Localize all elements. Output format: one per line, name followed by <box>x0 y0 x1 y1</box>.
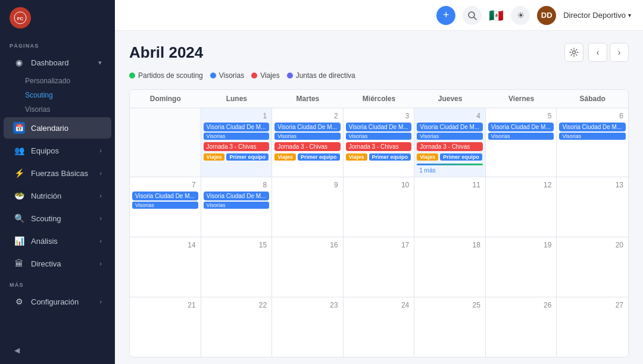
sidebar-item-directiva[interactable]: 🏛 Directiva › <box>4 253 111 274</box>
chevron-right-icon: › <box>99 147 102 154</box>
event-visoria-1[interactable]: Visoria Ciudad De M... <box>204 123 270 131</box>
legend-juntas: Juntas de directiva <box>287 71 355 80</box>
sidebar-sub-dashboard: Personalizado Scouting Visorias <box>0 74 115 117</box>
event-jornada-2[interactable]: Jornada 3 - Chivas <box>274 142 341 151</box>
calendar-area: Abril 2024 ‹ › Partidos de scouting Viso… <box>115 31 643 364</box>
more-events-4[interactable]: 1 más <box>417 167 483 174</box>
partidos-label: Partidos de scouting <box>138 71 203 80</box>
sidebar-item-calendario[interactable]: 📅 Calendario <box>4 117 111 139</box>
event-visoria-5[interactable]: Visoria Ciudad De M... <box>488 123 554 131</box>
sidebar-section-paginas: PÁGINAS <box>0 36 115 51</box>
day-martes: Martes <box>272 90 344 108</box>
chevron-right-icon4: › <box>99 215 102 222</box>
event-jornada-1[interactable]: Jornada 3 - Chivas <box>204 142 270 151</box>
event-jornada-4[interactable]: Jornada 3 - Chivas <box>417 142 483 151</box>
event-visoria-sublabel-8: Visorias <box>204 202 270 209</box>
sidebar-label-nutricion: Nutrición <box>31 192 93 200</box>
sidebar-sub-visorias[interactable]: Visorias <box>25 102 115 117</box>
event-jornada-3[interactable]: Jornada 3 - Chivas <box>346 142 412 151</box>
event-visoria-2[interactable]: Visoria Ciudad De M... <box>274 123 341 131</box>
cell-apr-23: 23 <box>272 297 344 357</box>
sidebar-label-configuracion: Configuración <box>31 297 93 306</box>
sidebar-item-equipos[interactable]: 👥 Equipos › <box>4 140 111 161</box>
date-8: 8 <box>204 180 270 192</box>
date-6: 6 <box>559 111 626 123</box>
calendar-weeks: 1 Visoria Ciudad De M... Visorias Jornad… <box>130 108 628 357</box>
event-visoria-6[interactable]: Visoria Ciudad De M... <box>559 123 626 131</box>
day-domingo: Domingo <box>130 90 201 108</box>
calendar-header: Abril 2024 ‹ › <box>129 43 629 62</box>
sidebar-item-fuerzas[interactable]: ⚡ Fuerzas Básicas › <box>4 162 111 184</box>
event-visoria-sublabel-2: Visorias <box>274 133 341 140</box>
sidebar-label-directiva: Directiva <box>31 259 93 268</box>
flag-icon[interactable]: 🇲🇽 <box>489 8 504 23</box>
cell-apr-18: 18 <box>414 237 486 297</box>
juntas-label: Juntas de directiva <box>296 71 355 80</box>
svg-text:FC: FC <box>17 16 24 21</box>
cell-apr-2: 2 Visoria Ciudad De M... Visorias Jornad… <box>272 108 344 177</box>
cell-empty-1 <box>130 108 201 177</box>
date-24: 24 <box>346 300 412 312</box>
calendar-settings-button[interactable] <box>564 43 583 62</box>
cell-apr-26: 26 <box>486 297 557 357</box>
next-month-button[interactable]: › <box>610 43 629 62</box>
calendar-legend: Partidos de scouting Visorias Viajes Jun… <box>129 71 629 80</box>
sidebar-item-analisis[interactable]: 📊 Análisis › <box>4 230 111 252</box>
week-4: 21 22 23 24 25 26 27 <box>130 297 628 357</box>
sidebar-bottom: ◀ <box>0 337 115 364</box>
configuracion-icon: ⚙ <box>13 296 25 307</box>
cell-apr-22: 22 <box>201 297 273 357</box>
cell-apr-27: 27 <box>557 297 628 357</box>
logo-icon: FC <box>10 7 31 29</box>
cell-apr-12: 12 <box>486 177 557 237</box>
events-6: Visoria Ciudad De M... Visorias <box>559 123 626 140</box>
chevron-down-icon: ▾ <box>98 59 102 67</box>
cell-apr-13: 13 <box>557 177 628 237</box>
theme-toggle[interactable]: ☀ <box>511 6 530 25</box>
add-button[interactable]: + <box>436 6 455 25</box>
dashboard-icon: ◉ <box>13 57 25 68</box>
event-visoria-4[interactable]: Visoria Ciudad De M... <box>417 123 483 131</box>
user-chevron-icon: ▾ <box>628 12 631 18</box>
search-button[interactable] <box>463 6 482 25</box>
cell-apr-5: 5 Visoria Ciudad De M... Visorias <box>486 108 557 177</box>
prev-month-button[interactable]: ‹ <box>588 43 607 62</box>
calendar-icon: 📅 <box>13 122 25 134</box>
event-visoria-8[interactable]: Visoria Ciudad De M... <box>204 192 270 200</box>
tag-viajes-2: Viajes <box>274 153 296 161</box>
sidebar-label-fuerzas: Fuerzas Básicas <box>31 169 93 178</box>
date-3: 3 <box>346 111 412 123</box>
sidebar-item-nutricion[interactable]: 🥗 Nutrición › <box>4 185 111 206</box>
week-3: 14 15 16 17 18 19 20 <box>130 237 628 297</box>
event-visoria-3[interactable]: Visoria Ciudad De M... <box>346 123 412 131</box>
sidebar-label-equipos: Equipos <box>31 146 93 155</box>
chevron-right-icon6: › <box>99 260 102 267</box>
sidebar-item-dashboard[interactable]: ◉ Dashboard ▾ <box>4 52 111 73</box>
chevron-right-icon5: › <box>99 237 102 244</box>
viajes-dot <box>251 73 257 79</box>
date-17: 17 <box>346 240 412 252</box>
cell-apr-3: 3 Visoria Ciudad De M... Visorias Jornad… <box>344 108 415 177</box>
week-1: 1 Visoria Ciudad De M... Visorias Jornad… <box>130 108 628 177</box>
sidebar-sub-personalizado[interactable]: Personalizado <box>25 74 115 88</box>
date-11: 11 <box>417 180 483 192</box>
sidebar-item-configuracion[interactable]: ⚙ Configuración › <box>4 291 111 312</box>
tag-primer-equipo-1: Primer equipo <box>226 153 269 161</box>
sidebar: FC PÁGINAS ◉ Dashboard ▾ Personalizado S… <box>0 0 115 364</box>
sidebar-label-scouting: Scouting <box>31 214 93 223</box>
sidebar-sub-scouting[interactable]: Scouting <box>25 88 115 102</box>
collapse-button[interactable]: ◀ <box>10 343 105 358</box>
user-menu[interactable]: Director Deportivo ▾ <box>563 11 631 20</box>
date-13: 13 <box>559 180 626 192</box>
analisis-icon: 📊 <box>13 235 25 247</box>
date-12: 12 <box>488 180 554 192</box>
juntas-dot <box>287 73 293 79</box>
date-9: 9 <box>274 180 341 192</box>
sidebar-item-scouting[interactable]: 🔍 Scouting › <box>4 208 111 229</box>
tag-primer-equipo-3: Primer equipo <box>369 153 411 161</box>
legend-partidos: Partidos de scouting <box>129 71 203 80</box>
partidos-dot <box>129 73 135 79</box>
event-tags-3: Viajes Primer equipo <box>346 153 412 161</box>
date-18: 18 <box>417 240 483 252</box>
event-visoria-7[interactable]: Visoria Ciudad De M... <box>132 192 198 200</box>
